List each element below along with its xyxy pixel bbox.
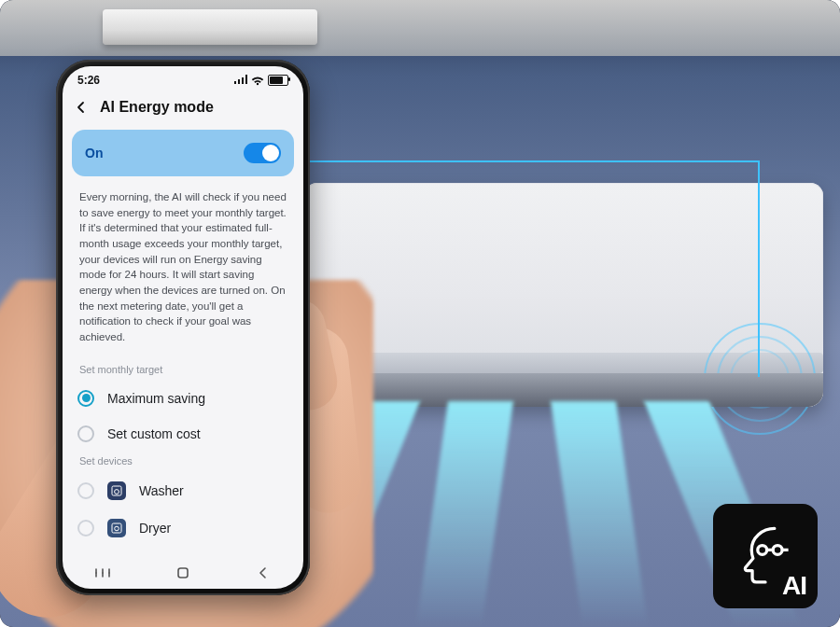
promo-scene: 23° 5:26	[0, 0, 840, 627]
svg-point-3	[115, 526, 119, 531]
ai-badge-label: AI	[782, 571, 806, 601]
feature-description: Every morning, the AI will check if you …	[72, 176, 294, 360]
phone-frame: 5:26 AI Energy mode On	[56, 60, 310, 595]
checkbox-icon	[77, 482, 94, 499]
air-conditioner: 23°	[304, 183, 823, 407]
status-bar: 5:26	[63, 66, 303, 94]
svg-point-5	[758, 546, 767, 555]
device-row-washer[interactable]: Washer	[72, 472, 294, 509]
svg-point-6	[773, 546, 782, 555]
settings-content: Every morning, the AI will check if you …	[63, 176, 303, 557]
section-label-set-devices: Set devices	[72, 452, 294, 472]
nav-back-button[interactable]	[243, 565, 284, 580]
device-label: Washer	[139, 483, 184, 498]
radio-icon	[77, 425, 94, 442]
dryer-icon	[107, 519, 126, 537]
svg-point-1	[115, 489, 119, 494]
phone-screen: 5:26 AI Energy mode On	[63, 66, 303, 589]
status-time: 5:26	[77, 74, 100, 87]
page-header: AI Energy mode	[63, 94, 303, 126]
toggle-state-label: On	[85, 146, 103, 160]
option-set-custom-cost[interactable]: Set custom cost	[72, 416, 294, 452]
nav-home-button[interactable]	[162, 565, 203, 580]
android-nav-bar	[63, 557, 303, 589]
section-label-monthly-target: Set monthly target	[72, 360, 294, 381]
option-maximum-saving[interactable]: Maximum saving	[72, 381, 294, 416]
svg-rect-4	[178, 568, 188, 578]
ac-temperature-display: 23°	[732, 379, 782, 399]
option-label: Set custom cost	[107, 426, 201, 441]
master-toggle-card[interactable]: On	[72, 130, 294, 176]
checkbox-icon	[77, 520, 94, 536]
option-label: Maximum saving	[107, 391, 205, 406]
page-title: AI Energy mode	[100, 99, 214, 116]
device-row-dryer[interactable]: Dryer	[72, 509, 294, 547]
nav-recents-button[interactable]	[82, 565, 123, 580]
radio-icon	[77, 390, 94, 407]
svg-rect-2	[112, 523, 121, 533]
device-label: Dryer	[139, 521, 171, 536]
back-button[interactable]	[72, 98, 91, 117]
ceiling-molding	[103, 9, 317, 45]
wifi-icon	[251, 76, 264, 85]
master-toggle-switch[interactable]	[244, 143, 281, 163]
battery-icon	[268, 75, 288, 86]
signal-icon	[234, 74, 247, 87]
ai-badge: AI	[713, 504, 818, 608]
washer-icon	[107, 481, 126, 500]
